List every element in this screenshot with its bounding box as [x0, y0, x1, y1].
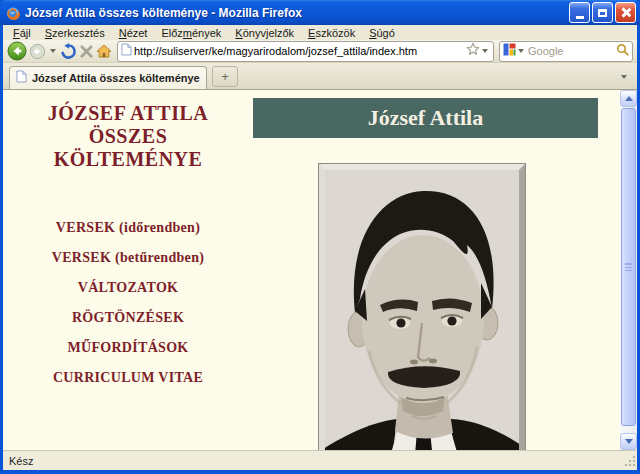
navigation-toolbar: [3, 40, 637, 63]
site-title-line: ÖSSZES: [3, 125, 253, 148]
status-text: Kész: [9, 455, 33, 467]
browser-window: József Attila összes költeménye - Mozill…: [0, 0, 640, 474]
chevron-down-icon: [621, 75, 627, 79]
url-input[interactable]: [132, 45, 466, 57]
search-engine-dropdown-icon[interactable]: [518, 49, 524, 53]
bookmark-star-icon[interactable]: [466, 42, 480, 60]
sidebar-link-muforditasok[interactable]: MŰFORDÍTÁSOK: [3, 333, 253, 363]
vertical-scrollbar[interactable]: [620, 90, 637, 450]
menu-konyvjelzok[interactable]: Könyvjelzők: [228, 27, 301, 39]
url-dropdown-icon[interactable]: [482, 49, 488, 53]
stop-button[interactable]: [79, 44, 94, 59]
scrollbar-down-button[interactable]: [620, 433, 637, 450]
page-icon: [121, 42, 132, 60]
titlebar[interactable]: József Attila összes költeménye - Mozill…: [0, 0, 640, 25]
tab-page-icon: [16, 69, 27, 87]
main-area: József Attila: [253, 90, 620, 450]
arrow-down-icon: [625, 439, 633, 444]
menu-elozmenyek[interactable]: Előzmények: [154, 27, 228, 39]
back-history-dropdown-icon[interactable]: [50, 49, 56, 53]
sidebar: JÓZSEF ATTILA ÖSSZES KÖLTEMÉNYE VERSEK (…: [3, 90, 253, 450]
search-bar[interactable]: [499, 41, 633, 62]
menu-nezet[interactable]: Nézet: [112, 27, 155, 39]
page-content: JÓZSEF ATTILA ÖSSZES KÖLTEMÉNYE VERSEK (…: [3, 90, 637, 450]
all-tabs-dropdown[interactable]: [616, 70, 632, 84]
close-button[interactable]: [615, 2, 636, 23]
menu-szerkesztes[interactable]: Szerkesztés: [38, 27, 112, 39]
maximize-icon: [598, 9, 607, 17]
sidebar-link-rogtonzesek[interactable]: RÖGTÖNZÉSEK: [3, 303, 253, 333]
sidebar-nav: VERSEK (időrendben) VERSEK (betűrendben)…: [3, 213, 253, 393]
menu-fajl[interactable]: Fájl: [6, 27, 38, 39]
sidebar-link-versek-beturendben[interactable]: VERSEK (betűrendben): [3, 243, 253, 273]
reload-button[interactable]: [60, 43, 77, 60]
minimize-icon: [576, 16, 584, 19]
arrow-up-icon: [625, 96, 633, 101]
status-bar: Kész: [3, 450, 637, 470]
search-magnifier-icon[interactable]: [616, 42, 629, 60]
tab-label: József Attila összes költeménye: [32, 72, 200, 84]
close-icon: [620, 7, 631, 18]
chrome-body: FájlSzerkesztésNézetElőzményekKönyvjelző…: [0, 25, 640, 473]
url-bar[interactable]: [117, 41, 494, 62]
minimize-button[interactable]: [569, 2, 590, 23]
window-title: József Attila összes költeménye - Mozill…: [25, 6, 569, 20]
sidebar-link-valtozatok[interactable]: VÁLTOZATOK: [3, 273, 253, 303]
tab-jozsef-attila[interactable]: József Attila összes költeménye: [9, 66, 207, 89]
tab-bar: József Attila összes költeménye +: [3, 63, 637, 90]
scrollbar-up-button[interactable]: [620, 90, 637, 107]
scrollbar-grip-icon: [625, 263, 632, 271]
new-tab-button[interactable]: +: [212, 66, 238, 87]
firefox-icon: [5, 5, 21, 21]
site-title-line: KÖLTEMÉNYE: [3, 148, 253, 171]
resize-grip[interactable]: [624, 455, 636, 469]
site-title: JÓZSEF ATTILA ÖSSZES KÖLTEMÉNYE: [3, 102, 253, 171]
menu-sugo[interactable]: Súgó: [362, 27, 402, 39]
back-button[interactable]: [7, 41, 27, 61]
sidebar-link-versek-idorendben[interactable]: VERSEK (időrendben): [3, 213, 253, 243]
menu-eszkozok[interactable]: Eszközök: [301, 27, 362, 39]
sidebar-link-curriculum-vitae[interactable]: CURRICULUM VITAE: [3, 363, 253, 393]
site-title-line: JÓZSEF ATTILA: [3, 102, 253, 125]
search-input[interactable]: [526, 45, 616, 57]
menubar: FájlSzerkesztésNézetElőzményekKönyvjelző…: [3, 25, 637, 40]
scrollbar-thumb[interactable]: [621, 108, 636, 426]
jozsef-attila-photo: [319, 164, 525, 450]
google-logo-icon: [503, 42, 516, 60]
forward-button[interactable]: [29, 43, 46, 60]
home-button[interactable]: [96, 44, 112, 58]
page-title: József Attila: [253, 98, 598, 138]
maximize-button[interactable]: [592, 2, 613, 23]
